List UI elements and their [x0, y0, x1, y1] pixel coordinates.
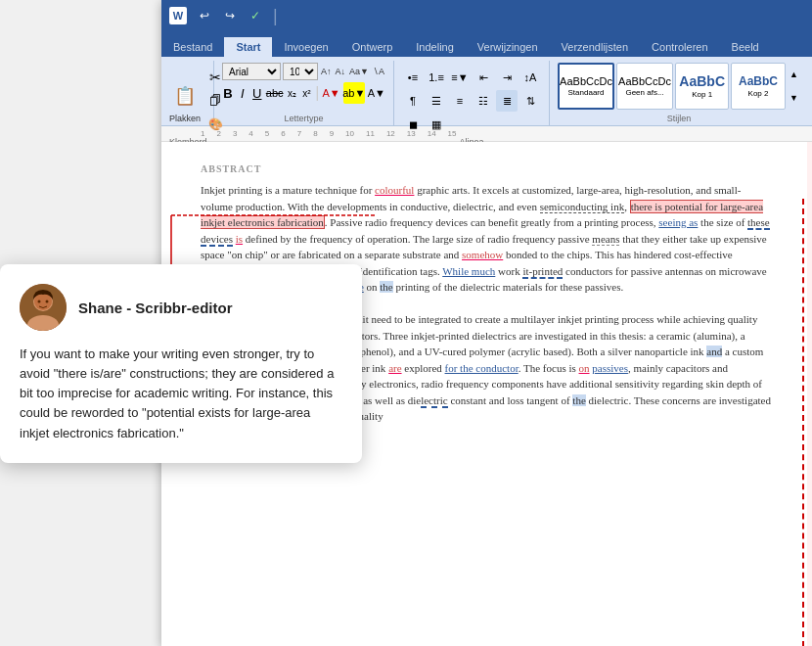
tab-controleren[interactable]: Controleren	[640, 37, 719, 57]
for-the-link: for the conductor	[445, 362, 519, 374]
title-controls: ↩ ↪ ✓ |	[195, 6, 280, 26]
tab-beeld[interactable]: Beeld	[720, 37, 771, 57]
undo-button[interactable]: ↩	[195, 6, 214, 25]
tab-ontwerp[interactable]: Ontwerp	[340, 37, 405, 57]
subscript-button[interactable]: x₂	[287, 82, 298, 104]
ribbon-body: 📋 Plakken ✂ 🗍 🎨 Klembord Arial	[161, 57, 812, 125]
it-printed-box: it-printed	[522, 265, 563, 279]
group-klembord: 📋 Plakken ✂ 🗍 🎨 Klembord	[165, 61, 214, 125]
redo-button[interactable]: ↪	[220, 6, 240, 25]
the-word: the	[380, 281, 392, 293]
sort-button[interactable]: ↕A	[519, 67, 541, 88]
superscript-button[interactable]: x²	[300, 82, 312, 104]
tab-indeling[interactable]: Indeling	[404, 37, 466, 57]
font-size-decrease[interactable]: A↓	[335, 66, 347, 77]
style-kop1[interactable]: AaBbC Kop 1	[675, 63, 729, 110]
style-geen-afs[interactable]: AaBbCcDc Geen afs...	[616, 63, 673, 110]
tab-verwijzingen[interactable]: Verwijzingen	[466, 37, 550, 57]
tab-verzend[interactable]: Verzendlijsten	[550, 37, 641, 57]
style-kop2[interactable]: AaBbC Kop 2	[731, 63, 785, 110]
title-divider: |	[273, 6, 278, 26]
word-icon: W	[169, 7, 187, 24]
highlight-button[interactable]: ab▼	[343, 82, 365, 104]
styles-container: AaBbCcDc Standaard AaBbCcDc Geen afs... …	[558, 63, 800, 110]
paste-button[interactable]: 📋	[169, 78, 201, 114]
font-format-btn[interactable]: Aa▼	[348, 66, 370, 77]
style-kop1-label: Kop 1	[692, 90, 712, 99]
somehow-highlight: somehow	[462, 249, 503, 260]
are-highlight: are	[388, 362, 401, 374]
svg-point-7	[38, 300, 41, 303]
editor-name: Shane - Scribbr-editor	[78, 300, 233, 316]
align-center-button[interactable]: ≡	[449, 90, 471, 112]
bold-button[interactable]: B	[222, 82, 234, 104]
styles-scroll-button[interactable]: ▲▼	[788, 63, 800, 110]
font-color-button[interactable]: A▼	[323, 82, 340, 104]
strikethrough-button[interactable]: abc	[266, 82, 284, 104]
align-left-button[interactable]: ☰	[426, 90, 447, 112]
comment-line	[802, 199, 806, 646]
scribbr-comment: If you want to make your writing even st…	[20, 345, 342, 443]
text-effects-button[interactable]: A▼	[368, 82, 385, 104]
increase-indent-button[interactable]: ⇥	[496, 67, 518, 88]
style-kop2-label: Kop 2	[748, 89, 769, 98]
align-right-button[interactable]: ☷	[473, 90, 494, 112]
comment-margin	[807, 142, 812, 646]
ribbon: Bestand Start Invoegen Ontwerp Indeling …	[161, 31, 812, 126]
underline-button[interactable]: U	[251, 82, 263, 104]
paste-label: Plakken	[169, 114, 201, 123]
font-family-select[interactable]: Arial	[222, 63, 281, 80]
tab-bestand[interactable]: Bestand	[161, 37, 224, 57]
seeing-as-link: seeing as	[658, 216, 698, 228]
style-geen-label: Geen afs...	[625, 88, 663, 97]
font-clear-btn[interactable]: ∖A	[372, 66, 385, 77]
and-highlight: and	[706, 346, 722, 357]
stijlen-label: Stijlen	[558, 112, 800, 125]
font-size-increase[interactable]: A↑	[320, 66, 333, 77]
decrease-indent-button[interactable]: ⇤	[473, 67, 494, 88]
group-alinea: •≡ 1.≡ ≡▼ ⇤ ⇥ ↕A ¶ ☰ ≡ ☷ ≣ ⇅ ◼ ▦ Alinea	[398, 61, 550, 125]
tab-start[interactable]: Start	[224, 37, 272, 57]
colourful-highlight: colourful	[375, 184, 414, 196]
style-standaard[interactable]: AaBbCcDc Standaard	[558, 63, 614, 110]
line-spacing-button[interactable]: ⇅	[519, 90, 541, 112]
abstract-title: ABSTRACT	[201, 162, 773, 176]
svg-point-8	[46, 300, 49, 303]
lettertype-label: Lettertype	[222, 112, 385, 125]
numbering-button[interactable]: 1.≡	[426, 67, 447, 88]
bullets-button[interactable]: •≡	[402, 67, 424, 88]
electric-box: lectric	[421, 394, 447, 408]
means-underline: means	[592, 233, 619, 246]
justify-button[interactable]: ≣	[496, 90, 518, 112]
is-highlight: is	[236, 233, 243, 245]
avatar-svg	[20, 284, 67, 331]
ribbon-tabs: Bestand Start Invoegen Ontwerp Indeling …	[161, 31, 812, 57]
tab-invoegen[interactable]: Invoegen	[272, 37, 339, 57]
group-lettertype: Arial 10 A↑ A↓ Aa▼ ∖A B I U a	[218, 61, 394, 125]
multilevel-button[interactable]: ≡▼	[449, 67, 471, 88]
the-highlight: the	[572, 394, 585, 406]
while-much-link: While much	[442, 265, 495, 277]
show-marks-button[interactable]: ¶	[402, 90, 424, 112]
on-highlight: on	[579, 362, 590, 374]
check-button[interactable]: ✓	[246, 6, 265, 25]
font-size-select[interactable]: 10	[283, 63, 318, 80]
scribbr-panel: Shane - Scribbr-editor If you want to ma…	[0, 264, 362, 463]
font-controls: Arial 10 A↑ A↓ Aa▼ ∖A B I U a	[222, 63, 385, 104]
italic-button[interactable]: I	[237, 82, 248, 104]
semiconducting-underline: semiconducting ink	[540, 201, 624, 213]
group-stijlen: AaBbCcDc Standaard AaBbCcDc Geen afs... …	[554, 61, 808, 125]
style-standaard-label: Standaard	[568, 88, 605, 97]
scribbr-header: Shane - Scribbr-editor	[20, 284, 342, 331]
passives-link: passives	[592, 362, 628, 374]
title-bar: W ↩ ↪ ✓ |	[161, 0, 812, 31]
editor-avatar	[20, 284, 67, 331]
